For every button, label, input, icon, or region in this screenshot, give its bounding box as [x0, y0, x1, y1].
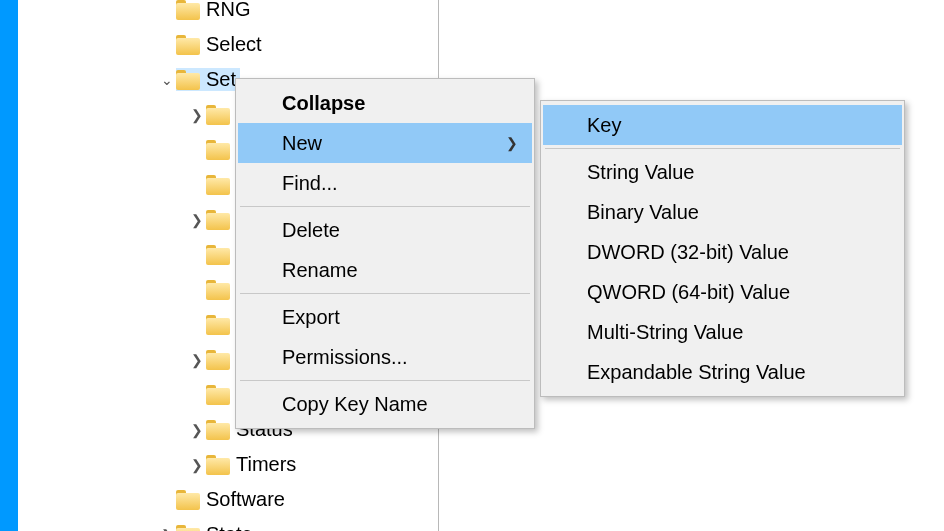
menu-item-new[interactable]: New ❯ [238, 123, 532, 163]
menu-label: Binary Value [587, 201, 699, 224]
expander-none: ▶ [188, 247, 206, 263]
chevron-right-icon[interactable]: ❯ [188, 457, 206, 473]
tree-label: Select [206, 33, 262, 56]
submenu-item-string-value[interactable]: String Value [543, 152, 902, 192]
submenu-item-dword[interactable]: DWORD (32-bit) Value [543, 232, 902, 272]
expander-none: ▶ [188, 142, 206, 158]
expander-none: ▶ [188, 317, 206, 333]
menu-item-copy-key-name[interactable]: Copy Key Name [238, 384, 532, 424]
menu-label: Expandable String Value [587, 361, 806, 384]
menu-label: Key [587, 114, 621, 137]
menu-separator [240, 293, 530, 294]
submenu-item-qword[interactable]: QWORD (64-bit) Value [543, 272, 902, 312]
folder-icon [206, 175, 230, 195]
window-selection-strip [0, 0, 18, 531]
expander-none: ▶ [188, 387, 206, 403]
tree-item-software[interactable]: ▶ Software [18, 482, 438, 517]
folder-icon [206, 105, 230, 125]
folder-icon [206, 385, 230, 405]
tree-label: State [206, 523, 253, 531]
menu-label: Export [282, 306, 340, 329]
expander-none: ▶ [188, 177, 206, 193]
menu-separator [545, 148, 900, 149]
chevron-right-icon[interactable]: ❯ [188, 352, 206, 368]
chevron-right-icon[interactable]: ❯ [158, 527, 176, 532]
folder-icon [176, 0, 200, 20]
folder-icon [176, 490, 200, 510]
menu-label: Rename [282, 259, 358, 282]
folder-icon [206, 280, 230, 300]
tree-item-select[interactable]: ▶ Select [18, 27, 438, 62]
menu-label: New [282, 132, 322, 155]
submenu-item-binary-value[interactable]: Binary Value [543, 192, 902, 232]
tree-item-state[interactable]: ❯ State [18, 517, 438, 531]
tree-label: Timers [236, 453, 296, 476]
tree-label: RNG [206, 0, 250, 21]
folder-icon [206, 245, 230, 265]
menu-label: DWORD (32-bit) Value [587, 241, 789, 264]
folder-icon [206, 455, 230, 475]
tree-item-rng[interactable]: ▶ RNG [18, 0, 438, 27]
expander-none: ▶ [158, 492, 176, 508]
menu-label: Copy Key Name [282, 393, 428, 416]
folder-icon [176, 35, 200, 55]
menu-item-export[interactable]: Export [238, 297, 532, 337]
folder-icon [206, 350, 230, 370]
folder-icon [176, 525, 200, 532]
context-menu: Collapse New ❯ Find... Delete Rename Exp… [235, 78, 535, 429]
expander-none: ▶ [158, 37, 176, 53]
menu-separator [240, 380, 530, 381]
submenu-item-multi-string[interactable]: Multi-String Value [543, 312, 902, 352]
expander-none: ▶ [158, 2, 176, 18]
folder-icon [206, 420, 230, 440]
menu-item-collapse[interactable]: Collapse [238, 83, 532, 123]
menu-label: String Value [587, 161, 694, 184]
menu-item-find[interactable]: Find... [238, 163, 532, 203]
folder-icon [206, 210, 230, 230]
folder-icon [176, 70, 200, 90]
chevron-right-icon[interactable]: ❯ [188, 107, 206, 123]
menu-item-permissions[interactable]: Permissions... [238, 337, 532, 377]
folder-icon [206, 140, 230, 160]
folder-icon [206, 315, 230, 335]
tree-label: Software [206, 488, 285, 511]
menu-item-rename[interactable]: Rename [238, 250, 532, 290]
menu-label: Delete [282, 219, 340, 242]
tree-item-timers[interactable]: ❯ Timers [18, 447, 438, 482]
menu-label: Collapse [282, 92, 365, 115]
menu-separator [240, 206, 530, 207]
menu-label: QWORD (64-bit) Value [587, 281, 790, 304]
submenu-arrow-icon: ❯ [506, 135, 518, 151]
submenu-item-expandable-string[interactable]: Expandable String Value [543, 352, 902, 392]
chevron-down-icon[interactable]: ⌄ [158, 72, 176, 88]
menu-label: Find... [282, 172, 338, 195]
new-submenu: Key String Value Binary Value DWORD (32-… [540, 100, 905, 397]
menu-label: Permissions... [282, 346, 408, 369]
submenu-item-key[interactable]: Key [543, 105, 902, 145]
chevron-right-icon[interactable]: ❯ [188, 422, 206, 438]
chevron-right-icon[interactable]: ❯ [188, 212, 206, 228]
menu-label: Multi-String Value [587, 321, 743, 344]
expander-none: ▶ [188, 282, 206, 298]
menu-item-delete[interactable]: Delete [238, 210, 532, 250]
